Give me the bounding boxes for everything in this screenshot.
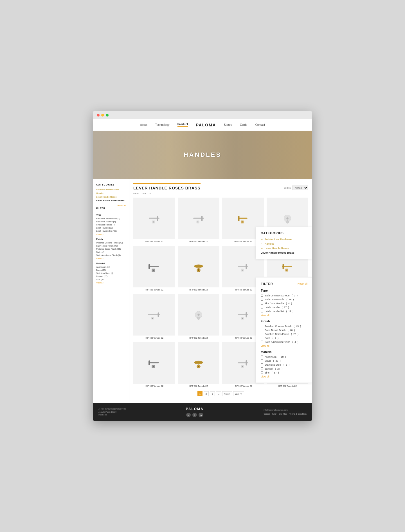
- sidebar-finish-opt-2[interactable]: Polished Brass Finish (25): [96, 248, 126, 250]
- sidebar-finish-opt-0[interactable]: Polished Chrome Finish (43): [96, 242, 126, 244]
- product-card[interactable]: HRP 582 Tamudo ZZ: [178, 294, 219, 339]
- filter-latch-handle[interactable]: Latch Handle (27): [261, 306, 307, 309]
- svg-point-57: [242, 366, 243, 367]
- svg-rect-16: [148, 264, 150, 269]
- svg-rect-28: [283, 264, 284, 269]
- sort-select[interactable]: Newest: [292, 185, 308, 190]
- sidebar-finish-opt-4[interactable]: Satin Aluminium Finish (4): [96, 254, 126, 256]
- filter-satin-nickel[interactable]: Satin Nickel Finish (40): [261, 329, 307, 332]
- sidebar-type-opt-2[interactable]: Fire Door Handle (4): [96, 223, 126, 226]
- social-instagram[interactable]: ig: [186, 413, 191, 417]
- close-dot[interactable]: [97, 114, 100, 117]
- filter-bathroom-handle[interactable]: Bathroom Handle (16): [261, 298, 307, 301]
- filter-brass[interactable]: Brass (25): [261, 359, 307, 362]
- footer-sitemap[interactable]: Site Map: [279, 413, 287, 415]
- svg-point-11: [242, 221, 243, 222]
- sidebar-finish-opt-3[interactable]: Satin (4): [96, 251, 126, 253]
- svg-point-22: [198, 269, 199, 271]
- sidebar-finish-opt-1[interactable]: Satin Nickel Finish (40): [96, 245, 126, 247]
- minimize-dot[interactable]: [101, 114, 104, 117]
- filter-panel: FILTER Reset all Type Bathroom Escutcheo…: [256, 277, 312, 383]
- product-card[interactable]: HRP 582 Tamudo ZZ: [133, 246, 175, 291]
- sidebar: CATEGORIES Architectural Hardware Handle…: [93, 179, 129, 403]
- sidebar-filter-reset[interactable]: Reset all: [118, 204, 126, 211]
- sidebar-type-view-all[interactable]: View all: [96, 233, 126, 236]
- filter-satin[interactable]: Satin (4): [261, 337, 307, 339]
- filter-bathroom-escutcheon[interactable]: Bathroom Escutcheon (2): [261, 294, 307, 297]
- sidebar-type-opt-4[interactable]: Latch Handle Set (68): [96, 230, 126, 232]
- filter-fire-door[interactable]: Fire Door Handle (4): [261, 302, 307, 305]
- svg-rect-51: [194, 361, 203, 364]
- sidebar-mat-opt-0[interactable]: Aluminium (10): [96, 266, 126, 268]
- sidebar-handles[interactable]: Handles: [96, 192, 126, 195]
- nav-product[interactable]: Product: [177, 123, 188, 127]
- product-card[interactable]: HRP 582 Tamudo ZZ: [133, 342, 175, 387]
- filter-polished-brass[interactable]: Polished Brass Finish (25): [261, 333, 307, 336]
- svg-rect-9: [238, 216, 240, 221]
- product-name: HRP 582 Tamudo ZZ: [178, 385, 219, 387]
- sidebar-finish-view-all[interactable]: View all: [96, 257, 126, 260]
- svg-point-53: [198, 366, 199, 367]
- svg-point-18: [153, 270, 154, 271]
- cat-handles[interactable]: ←Handles: [261, 242, 307, 245]
- sidebar-type-opt-1[interactable]: Bathroom Handle (4): [96, 220, 126, 223]
- svg-rect-20: [194, 265, 203, 267]
- page-2[interactable]: 2: [204, 391, 209, 396]
- finish-view-all[interactable]: View all: [261, 345, 307, 347]
- nav-stores[interactable]: Stores: [224, 123, 232, 126]
- nav-guide[interactable]: Guide: [240, 123, 248, 126]
- page-last[interactable]: Last >>: [233, 391, 244, 396]
- product-image: [178, 246, 219, 287]
- sidebar-lever-roses[interactable]: Lever Handle Roses: [96, 196, 126, 198]
- cat-architectural[interactable]: ←Architectural Hardware: [261, 238, 307, 241]
- filter-reset-button[interactable]: Reset all: [298, 282, 307, 285]
- sidebar-mat-opt-1[interactable]: Brass (25): [96, 269, 126, 271]
- social-twitter[interactable]: tw: [199, 413, 203, 417]
- maximize-dot[interactable]: [106, 114, 109, 117]
- sidebar-mat-opt-2[interactable]: Stainless Steel (3): [96, 272, 126, 274]
- sidebar-architectural[interactable]: Architectural Hardware: [96, 188, 126, 191]
- svg-point-3: [153, 221, 154, 222]
- filter-aluminium[interactable]: Aluminium (10): [261, 356, 307, 358]
- nav-contact[interactable]: Contact: [255, 123, 265, 126]
- footer-faq[interactable]: FAQ: [272, 413, 276, 415]
- filter-satin-aluminium[interactable]: Satin Aluminium Finish (4): [261, 341, 307, 343]
- sidebar-filter-title: FILTER: [96, 207, 105, 210]
- sidebar-type-opt-0[interactable]: Bathroom Escutcheon (2): [96, 217, 126, 220]
- sidebar-mat-opt-4[interactable]: Zinc (57): [96, 278, 126, 281]
- svg-point-13: [286, 217, 289, 220]
- nav-technology[interactable]: Technology: [155, 123, 170, 126]
- navigation: About Technology Product PALOMA Stores G…: [93, 119, 312, 131]
- product-card[interactable]: HRP 582 Tamudo ZZ: [178, 198, 219, 243]
- product-card[interactable]: HRP 582 Tamudo ZZ: [133, 198, 175, 243]
- filter-zamaci[interactable]: Zamaci (27): [261, 367, 307, 370]
- footer-address: Jl. Ponchintan Negara No 0986Jakarta Pus…: [98, 408, 126, 417]
- footer-career[interactable]: Career: [264, 413, 270, 415]
- sidebar-type-section: Type: [96, 214, 126, 216]
- filter-zinc[interactable]: Zinc (57): [261, 371, 307, 374]
- sidebar-material-view-all[interactable]: View all: [96, 281, 126, 284]
- product-card[interactable]: HRP 582 Tamudo ZZ: [133, 294, 175, 339]
- page-next[interactable]: Next >: [222, 391, 232, 396]
- sidebar-finish-section: Finish: [96, 238, 126, 240]
- product-card[interactable]: HRP 582 Tamudo ZZ: [178, 246, 219, 291]
- page-3[interactable]: 3: [210, 391, 215, 396]
- product-card[interactable]: HRP 582 Tamudo ZZ: [178, 342, 219, 387]
- cat-lever-roses[interactable]: ←Lever Handle Roses: [261, 247, 307, 250]
- footer: Jl. Ponchintan Negara No 0986Jakarta Pus…: [93, 403, 312, 421]
- page-1[interactable]: 1: [197, 391, 202, 396]
- sidebar-material-section: Material: [96, 262, 126, 265]
- sidebar-mat-opt-3[interactable]: Zamaci (27): [96, 275, 126, 278]
- sidebar-type-opt-3[interactable]: Latch Handle (27): [96, 227, 126, 229]
- filter-stainless[interactable]: Stainless Steel (3): [261, 363, 307, 366]
- material-view-all[interactable]: View all: [261, 375, 307, 378]
- social-facebook[interactable]: f: [192, 413, 197, 417]
- nav-about[interactable]: About: [140, 123, 147, 126]
- type-view-all[interactable]: View all: [261, 314, 307, 317]
- product-image: [178, 294, 219, 336]
- filter-panel-title: FILTER: [261, 282, 273, 285]
- filter-finish-title: Finish: [261, 319, 307, 323]
- filter-latch-set[interactable]: Latch Handle Set (19): [261, 310, 307, 313]
- filter-polished-chrome[interactable]: Polished Chrome Finish (43): [261, 325, 307, 328]
- footer-terms[interactable]: Terms & Condition: [289, 413, 307, 415]
